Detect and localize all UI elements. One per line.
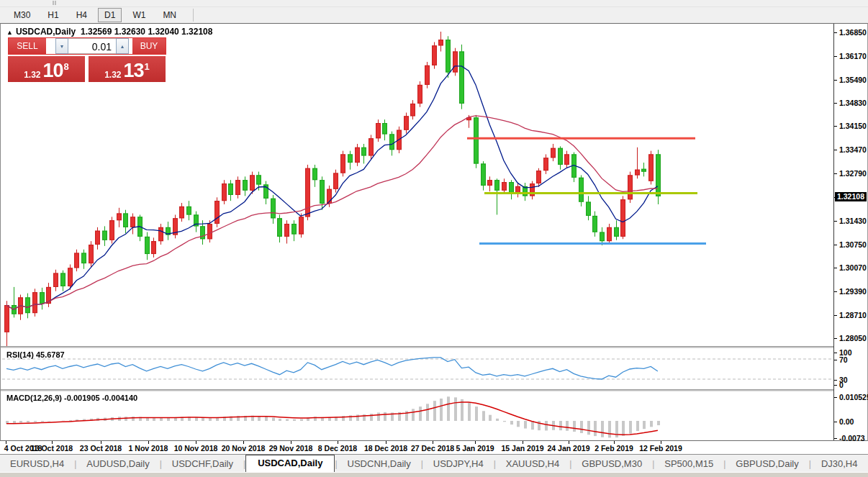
rsi-canvas[interactable]	[1, 348, 833, 389]
price-tick-label: 1.29390	[839, 287, 867, 296]
chart-tab-usdcnh-daily[interactable]: USDCNH,Daily	[338, 456, 421, 472]
rsi-indicator-panel: RSI(14) 45.6787	[1, 348, 833, 389]
chart-tab-gbpusd-daily[interactable]: GBPUSD,Daily	[725, 456, 808, 472]
date-tick-label: 12 Feb 2019	[639, 444, 682, 453]
current-price-label: 1.32108	[835, 192, 867, 201]
volume-increase-button[interactable]: ▴	[116, 38, 129, 54]
window-top-strip	[0, 0, 868, 7]
axis-tick-mark	[834, 291, 837, 292]
axis-tick-mark	[834, 245, 837, 245]
main-chart-panel: ▲USDCAD,Daily 1.32569 1.32630 1.32040 1.…	[1, 24, 833, 346]
timeframe-button-w1[interactable]: W1	[126, 8, 152, 22]
price-tick-label: 1.33470	[839, 145, 867, 154]
sell-button[interactable]: SELL	[9, 38, 46, 54]
axis-tick-mark	[834, 56, 837, 57]
axis-tick-mark	[834, 80, 837, 81]
buy-price-sup: 1	[145, 62, 150, 71]
chart-tab-bar: EURUSD,H4|AUDUSD,Daily|USDCHF,Daily|USDC…	[0, 455, 868, 472]
chart-tab-dj30-h4[interactable]: DJ30,H4	[811, 456, 868, 472]
macd-label: MACD(12,26,9) -0.001905 -0.004140	[6, 394, 137, 402]
sell-price-big: 10	[43, 61, 63, 80]
macd-axis-label: 0.010525	[839, 393, 868, 401]
trade-prices-row: 1.32 10 8 1.32 13 1	[8, 56, 166, 82]
timeframe-button-m30[interactable]: M30	[7, 8, 37, 22]
price-tick-label: 1.36170	[839, 52, 867, 60]
chart-tab-audusd-daily[interactable]: AUDUSD,Daily	[76, 456, 159, 472]
price-tick-label: 1.34150	[839, 122, 867, 130]
chart-tab-sp500-m15[interactable]: SP500,M15	[654, 456, 723, 472]
axis-tick-mark	[834, 380, 837, 381]
axis-tick-mark	[834, 385, 837, 386]
date-tick-label: 29 Nov 2018	[269, 444, 313, 453]
chart-tab-usdcad-daily[interactable]: USDCAD,Daily	[245, 455, 335, 472]
sell-price-small: 1.32	[24, 70, 40, 80]
date-tick-label: 8 Dec 2018	[318, 444, 357, 453]
macd-indicator-panel: MACD(12,26,9) -0.001905 -0.004140	[1, 391, 833, 440]
price-axis[interactable]: 1.368501.361701.354901.348301.341501.334…	[834, 24, 867, 440]
price-tick-label: 1.35490	[839, 76, 867, 84]
price-tick-label: 1.36850	[839, 28, 867, 37]
chart-tab-eurusd-h4[interactable]: EURUSD,H4	[0, 456, 74, 472]
price-tick-label: 1.32790	[839, 169, 867, 178]
axis-tick-mark	[834, 103, 837, 104]
date-tick-label: 18 Dec 2018	[364, 444, 407, 453]
price-tick-label: 1.30750	[839, 240, 867, 249]
chart-tab-usdjpy-h4[interactable]: USDJPY,H4	[423, 456, 494, 472]
axis-tick-mark	[834, 173, 837, 174]
trade-controls-row: SELL ▾ 0.01 ▴ BUY	[8, 37, 166, 55]
date-tick-label: 1 Nov 2018	[129, 444, 168, 453]
axis-tick-mark	[834, 315, 837, 316]
price-tick-label: 1.30070	[839, 263, 867, 272]
chart-ohlc-values: 1.32569 1.32630 1.32040 1.32108	[81, 27, 213, 37]
date-tick-label: 15 Jan 2019	[502, 444, 544, 453]
axis-tick-mark	[834, 268, 837, 268]
buy-price-small: 1.32	[104, 70, 121, 80]
sell-price-sup: 8	[64, 62, 69, 71]
mt4-terminal: { "toolbar": {"timeframes": ["M30","H1",…	[0, 0, 868, 477]
collapse-triangle-icon[interactable]: ▲	[6, 29, 13, 36]
axis-tick-mark	[834, 32, 837, 33]
date-tick-label: 5 Jan 2019	[456, 444, 494, 453]
window-bottom-strip	[0, 472, 868, 477]
macd-axis-label: 0.00	[839, 417, 854, 426]
axis-tick-mark	[834, 126, 837, 127]
chart-tab-xauusd-h4[interactable]: XAUUSD,H4	[496, 456, 569, 472]
buy-price-panel[interactable]: 1.32 13 1	[89, 56, 166, 82]
chart-header: ▲USDCAD,Daily 1.32569 1.32630 1.32040 1.…	[6, 27, 212, 37]
trade-row-spacer	[46, 38, 55, 54]
date-tick-label: 23 Oct 2018	[80, 444, 122, 453]
buy-price-big: 13	[124, 61, 144, 80]
date-tick-label: 20 Nov 2018	[222, 444, 266, 453]
date-tick-label: 10 Nov 2018	[174, 444, 218, 453]
timeframe-toolbar: M30H1H4D1W1MN	[0, 7, 868, 23]
sell-price-panel[interactable]: 1.32 10 8	[8, 56, 85, 82]
axis-tick-mark	[834, 360, 837, 360]
axis-tick-mark	[834, 397, 837, 398]
axis-tick-mark	[834, 438, 837, 439]
chart-window: ▲USDCAD,Daily 1.32569 1.32630 1.32040 1.…	[0, 23, 868, 441]
axis-tick-mark	[834, 353, 837, 353]
volume-decrease-button[interactable]: ▾	[55, 38, 68, 54]
price-tick-label: 1.28050	[839, 334, 867, 342]
chart-tab-gbpusd-m30[interactable]: GBPUSD,M30	[571, 456, 652, 472]
toolbar-separator	[193, 9, 194, 22]
date-tick-label: 27 Dec 2018	[411, 444, 454, 453]
date-tick-label: 24 Jan 2019	[548, 444, 590, 453]
toolbar-gripper	[53, 1, 54, 5]
date-axis[interactable]: 4 Oct 201813 Oct 201823 Oct 20181 Nov 20…	[0, 441, 868, 455]
rsi-label: RSI(14) 45.6787	[6, 350, 65, 359]
one-click-trading-panel: SELL ▾ 0.01 ▴ BUY 1.32 10 8 1.32 13 1	[8, 37, 166, 82]
date-tick-label: 2 Feb 2019	[595, 444, 633, 453]
chart-symbol-label: USDCAD,Daily	[16, 27, 76, 37]
chart-tab-usdchf-daily[interactable]: USDCHF,Daily	[162, 456, 243, 472]
date-tick-label: 13 Oct 2018	[31, 444, 73, 453]
axis-tick-mark	[834, 338, 837, 339]
timeframe-button-mn[interactable]: MN	[156, 8, 183, 22]
axis-tick-mark	[834, 422, 837, 422]
price-tick-label: 1.31430	[839, 217, 867, 225]
timeframe-button-h4[interactable]: H4	[70, 8, 94, 22]
timeframe-button-d1[interactable]: D1	[98, 8, 122, 22]
buy-button[interactable]: BUY	[132, 38, 166, 54]
timeframe-button-h1[interactable]: H1	[41, 8, 65, 22]
volume-input[interactable]: 0.01	[68, 38, 116, 54]
